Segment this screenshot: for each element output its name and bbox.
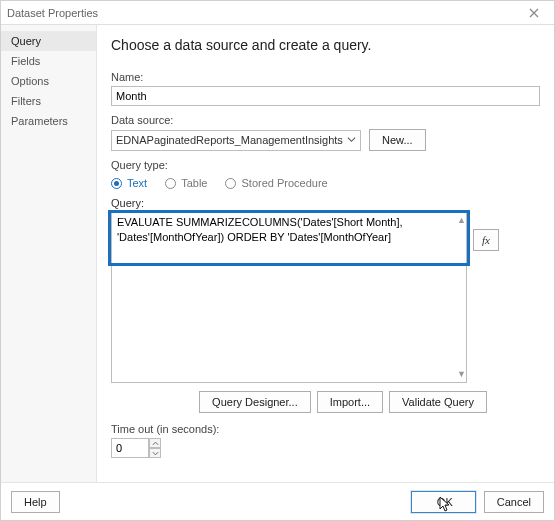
page-heading: Choose a data source and create a query. (111, 37, 540, 53)
name-label: Name: (111, 71, 540, 83)
querytype-label: Query type: (111, 159, 540, 171)
cancel-button[interactable]: Cancel (484, 491, 544, 513)
querytype-radio-table[interactable]: Table (165, 177, 207, 189)
sidebar-item-fields[interactable]: Fields (1, 51, 96, 71)
expression-button[interactable]: fx (473, 229, 499, 251)
query-label: Query: (111, 197, 540, 209)
close-icon[interactable] (520, 4, 548, 22)
validate-query-button[interactable]: Validate Query (389, 391, 487, 413)
timeout-input[interactable] (111, 438, 149, 458)
querytype-radio-text[interactable]: Text (111, 177, 147, 189)
import-button[interactable]: Import... (317, 391, 383, 413)
help-button[interactable]: Help (11, 491, 60, 513)
sidebar-item-options[interactable]: Options (1, 71, 96, 91)
ok-button[interactable]: OK (411, 491, 476, 513)
query-designer-button[interactable]: Query Designer... (199, 391, 311, 413)
scroll-up-icon[interactable]: ▲ (457, 215, 466, 225)
datasource-value: EDNAPaginatedReports_ManagementInsights (116, 134, 343, 146)
query-textarea[interactable] (111, 211, 467, 383)
name-input[interactable] (111, 86, 540, 106)
scroll-down-icon[interactable]: ▼ (457, 369, 466, 379)
timeout-spin-up[interactable] (149, 438, 161, 448)
timeout-label: Time out (in seconds): (111, 423, 540, 435)
sidebar-item-parameters[interactable]: Parameters (1, 111, 96, 131)
datasource-dropdown[interactable]: EDNAPaginatedReports_ManagementInsights (111, 130, 361, 151)
sidebar-item-query[interactable]: Query (1, 31, 96, 51)
new-datasource-button[interactable]: New... (369, 129, 426, 151)
sidebar-item-filters[interactable]: Filters (1, 91, 96, 111)
window-title: Dataset Properties (7, 7, 98, 19)
querytype-radio-storedproc[interactable]: Stored Procedure (225, 177, 327, 189)
timeout-spin-down[interactable] (149, 448, 161, 458)
datasource-label: Data source: (111, 114, 540, 126)
sidebar: Query Fields Options Filters Parameters (1, 25, 97, 482)
chevron-down-icon (347, 134, 356, 146)
